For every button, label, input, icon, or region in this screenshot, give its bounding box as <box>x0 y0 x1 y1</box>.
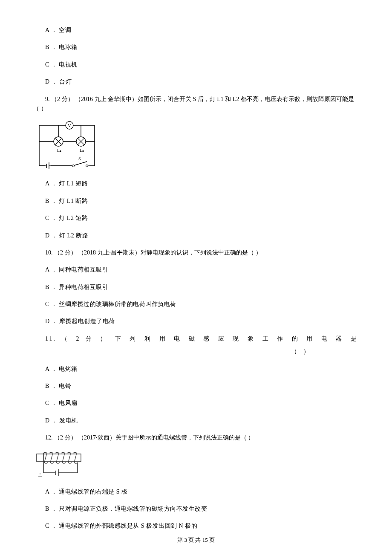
q10-option-a: A ． 同种电荷相互吸引 <box>45 265 359 275</box>
q8-option-d: D ． 台灯 <box>45 77 359 87</box>
q11-option-b: B ． 电铃 <box>45 382 359 391</box>
q9-option-c: C ． 灯 L2 短路 <box>45 214 359 223</box>
q11-tail: （ ） <box>33 347 359 356</box>
q12-option-a: A ． 通电螺线管的右端是 S 极 <box>45 487 359 497</box>
q9-option-d: D ． 灯 L2 断路 <box>45 231 359 240</box>
q12-solenoid-diagram <box>35 451 359 480</box>
q9-stem: 9. （2 分） （2016 九上·金华期中）如图所示，闭合开关 S 后，灯 L… <box>33 95 359 114</box>
circuit-svg: V L₁ L₂ S <box>35 121 99 172</box>
q11-option-d: D ． 发电机 <box>45 416 359 425</box>
q10-option-c: C ． 丝绸摩擦过的玻璃棒所带的电荷叫作负电荷 <box>45 300 359 309</box>
svg-text:S: S <box>78 156 81 161</box>
q8-option-c: C ． 电视机 <box>45 60 359 69</box>
solenoid-svg <box>35 451 90 480</box>
q11-option-a: A ． 电烤箱 <box>45 364 359 374</box>
q11-option-c: C ． 电风扇 <box>45 399 359 408</box>
svg-text:L₁: L₁ <box>57 148 61 153</box>
q8-option-b: B ． 电冰箱 <box>45 43 359 52</box>
q9-circuit-diagram: V L₁ L₂ S <box>35 121 359 172</box>
q10-option-d: D ． 摩擦起电创造了电荷 <box>45 317 359 326</box>
q8-option-a: A ． 空调 <box>45 26 359 35</box>
q12-option-c: C ． 通电螺线管的外部磁感线是从 S 极发出回到 N 极的 <box>45 521 359 531</box>
q9-option-b: B ． 灯 L1 断路 <box>45 197 359 206</box>
q12-option-b: B ． 只对调电源正负极，通电螺线管的磁场方向不发生改变 <box>45 504 359 514</box>
page-footer: 第 3 页 共 15 页 <box>0 536 392 545</box>
svg-text:V: V <box>68 123 71 128</box>
q12-stem: 12. （2 分） （2017·陕西）关于图中所示的通电螺线管，下列说法正确的是… <box>45 433 359 442</box>
svg-text:L₂: L₂ <box>80 148 84 153</box>
q10-option-b: B ． 异种电荷相互吸引 <box>45 283 359 292</box>
q10-stem: 10. （2 分） （2018 九上·昌平期末）对静电现象的认识，下列说法中正确… <box>45 248 359 257</box>
q11-stem: 11. （ 2 分 ） 下 列 利 用 电 磁 感 应 现 象 工 作 的 用 … <box>45 334 359 344</box>
q9-option-a: A ． 灯 L1 短路 <box>45 179 359 188</box>
svg-rect-0 <box>39 125 95 166</box>
